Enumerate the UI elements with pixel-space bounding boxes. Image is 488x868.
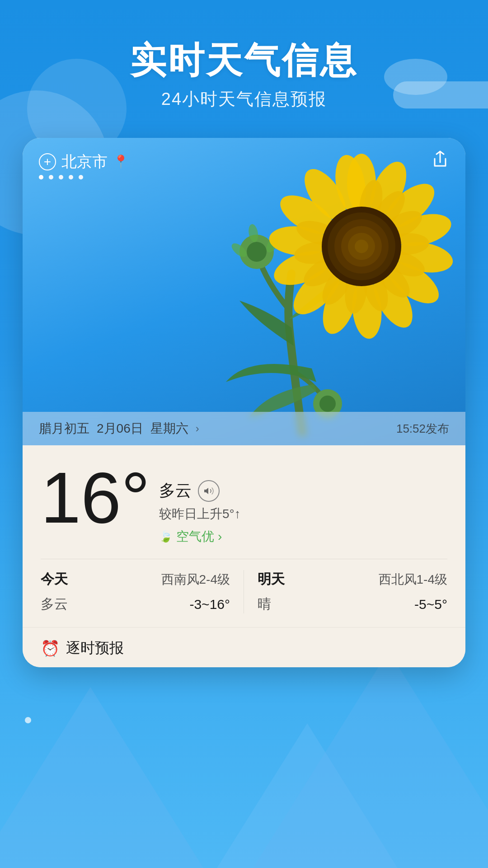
sunflower-illustration [158, 147, 465, 436]
location-pin-icon: 📍 [113, 154, 129, 169]
card-header: + 北京市 📍 [23, 138, 465, 182]
tomorrow-header-row: 明天 西北风1-4级 [258, 570, 447, 589]
location-area[interactable]: + 北京市 📍 [39, 151, 129, 172]
lunar-date: 腊月初五 [39, 420, 89, 437]
audio-button[interactable] [198, 480, 220, 502]
mountain-left [0, 687, 203, 868]
tomorrow-temp: -5~5° [414, 597, 447, 612]
temperature-row: 16° 多云 较昨日上升5°↑ 🍃 空气优 [41, 462, 447, 545]
share-button[interactable] [431, 151, 449, 173]
clock-icon: ⏰ [41, 639, 60, 657]
svg-point-40 [355, 240, 368, 253]
side-dot [25, 717, 31, 723]
hourly-forecast-teaser[interactable]: ⏰ 逐时预报 [23, 627, 465, 667]
weekday: 星期六 [150, 420, 188, 437]
weather-description: 多云 [159, 480, 241, 502]
card-image: + 北京市 📍 腊月初五 2月06日 [23, 138, 465, 445]
gregorian-date: 2月06日 [97, 420, 143, 437]
temp-details: 多云 较昨日上升5°↑ 🍃 空气优 › [159, 462, 241, 545]
air-quality-label: 空气优 [176, 528, 214, 545]
publish-time: 15:52发布 [396, 421, 449, 437]
main-title: 实时天气信息 [0, 41, 488, 80]
date-bar: 腊月初五 2月06日 星期六 › 15:52发布 [23, 412, 465, 445]
today-weather-row: 多云 -3~16° [41, 595, 230, 613]
page-header: 实时天气信息 24小时天气信息预报 [0, 0, 488, 111]
city-name: 北京市 [61, 151, 108, 172]
svg-point-7 [319, 396, 336, 412]
leaf-icon: 🍃 [159, 530, 173, 543]
add-location-button[interactable]: + [39, 153, 56, 170]
today-condition: 多云 [41, 595, 68, 613]
svg-point-2 [247, 242, 267, 262]
tomorrow-forecast: 明天 西北风1-4级 晴 -5~5° [244, 570, 447, 613]
weather-info-area: 16° 多云 较昨日上升5°↑ 🍃 空气优 [23, 445, 465, 627]
today-header-row: 今天 西南风2-4级 [41, 570, 230, 589]
mountain-decorations [0, 642, 488, 868]
air-quality-chevron: › [218, 529, 222, 544]
air-quality[interactable]: 🍃 空气优 › [159, 528, 241, 545]
temperature-value: 16° [41, 462, 150, 534]
weather-card: + 北京市 📍 腊月初五 2月06日 [23, 138, 465, 667]
tomorrow-label: 明天 [258, 570, 285, 589]
temp-number: 16 [41, 457, 121, 538]
temp-unit: ° [121, 457, 150, 538]
today-temp: -3~16° [189, 597, 230, 612]
hourly-label: 逐时预报 [66, 638, 124, 658]
main-subtitle: 24小时天气信息预报 [0, 88, 488, 111]
tomorrow-weather-row: 晴 -5~5° [258, 595, 447, 613]
today-wind: 西南风2-4级 [161, 571, 230, 588]
today-forecast: 今天 西南风2-4级 多云 -3~16° [41, 570, 244, 613]
tomorrow-condition: 晴 [258, 595, 271, 613]
forecast-grid: 今天 西南风2-4级 多云 -3~16° 明天 西北风1-4级 晴 -5~5° [41, 559, 447, 613]
today-label: 今天 [41, 570, 68, 589]
tomorrow-wind: 西北风1-4级 [379, 571, 447, 588]
date-chevron-icon[interactable]: › [196, 422, 199, 435]
date-info: 腊月初五 2月06日 星期六 › [39, 420, 199, 437]
weather-condition: 多云 [159, 480, 192, 502]
temp-change: 较昨日上升5°↑ [159, 505, 241, 523]
